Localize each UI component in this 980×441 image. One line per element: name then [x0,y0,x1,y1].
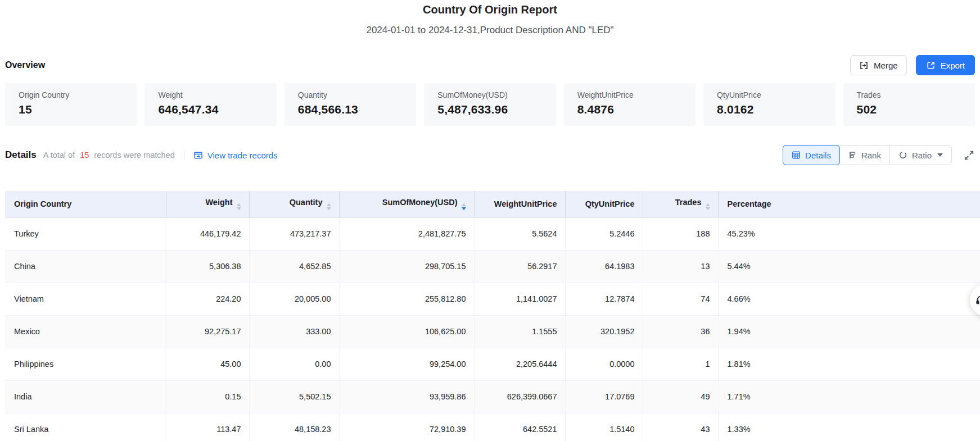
cell-origin-country: Vietnam [5,283,166,315]
stat-card-label: Weight [158,90,263,99]
table-row-vietnam: Vietnam224.2020,005.00255,812.801,141.00… [5,283,980,315]
cell-weightunitprice: 5.5624 [474,217,565,250]
sort-carets-weight[interactable] [237,203,241,210]
view-trade-records-link[interactable]: View trade records [193,151,278,160]
sort-carets-sumofmoney-usd[interactable] [462,203,466,210]
export-button-label: Export [941,61,965,70]
cell-sumofmoney-usd: 72,910.39 [339,413,474,441]
cell-weight: 45.00 [166,348,249,380]
match-prefix: A total of [43,151,75,160]
stat-card-quantity: Quantity684,566.13 [284,83,416,126]
caret-down-icon[interactable] [462,207,466,210]
stat-card-sumofmoney-usd: SumOfMoney(USD)5,487,633.96 [424,83,556,126]
match-summary: A total of15records were matched [43,151,175,160]
cell-quantity: 5,502.15 [249,380,339,413]
rank-icon [848,151,857,160]
caret-down-icon[interactable] [327,207,331,210]
details-bar-left: Details A total of15records were matched… [5,149,278,161]
cell-weight: 446,179.42 [166,217,249,250]
overview-head: Overview Merge Export [0,53,980,78]
match-suffix: records were matched [94,151,174,160]
column-header-quantity[interactable]: Quantity [249,191,339,217]
column-header-label: Trades [675,198,702,207]
sort-carets-quantity[interactable] [327,203,331,210]
stat-card-label: WeightUnitPrice [577,90,682,99]
cell-weightunitprice: 642.5521 [474,413,565,441]
details-section-title: Details [5,149,37,161]
fullscreen-icon[interactable] [963,149,975,161]
merge-button[interactable]: Merge [850,55,907,75]
cell-weight: 0.15 [166,380,249,413]
table-icon [792,151,801,160]
export-icon [926,61,936,70]
caret-up-icon[interactable] [327,203,331,206]
cell-weightunitprice: 626,399.0667 [474,380,565,413]
cell-weightunitprice: 1,141.0027 [474,283,565,315]
ratio-icon [898,151,907,160]
cell-weight: 5,306.38 [166,250,249,283]
cell-percentage: 1.33% [718,413,980,441]
caret-up-icon[interactable] [706,203,710,206]
sort-carets-trades[interactable] [706,203,710,210]
cell-percentage: 45.23% [718,217,980,250]
caret-down-icon[interactable] [706,207,710,210]
cell-quantity: 20,005.00 [249,283,339,315]
overview-cards: Origin Country15Weight646,547.34Quantity… [0,83,980,126]
cell-origin-country: India [5,380,166,413]
cell-percentage: 5.44% [718,250,980,283]
table-row-india: India0.155,502.1593,959.86626,399.066717… [5,380,980,413]
details-bar: Details A total of15records were matched… [0,145,980,165]
headset-icon [975,294,980,306]
export-button[interactable]: Export [916,55,975,75]
stat-card-value: 502 [857,103,961,116]
column-header-qtyunitprice: QtyUnitPrice [565,191,643,217]
column-header-sumofmoney-usd[interactable]: SumOfMoney(USD) [339,191,474,217]
overview-section-title: Overview [5,60,45,70]
page-title: Country Of Origin Report [0,0,980,16]
details-bar-right: Details Rank Ratio [783,145,975,165]
cell-trades: 74 [643,283,718,315]
stat-card-value: 15 [19,103,123,116]
cell-origin-country: Mexico [5,315,166,348]
cell-origin-country: Philippines [5,348,166,380]
caret-up-icon[interactable] [237,203,241,206]
cell-trades: 13 [643,250,718,283]
cell-qtyunitprice: 0.0000 [565,348,643,380]
merge-icon [859,61,869,70]
cell-qtyunitprice: 17.0769 [565,380,643,413]
tab-ratio-label: Ratio [912,151,932,160]
overview-actions: Merge Export [850,55,975,75]
tab-details[interactable]: Details [783,145,840,165]
column-header-origin-country: Origin Country [5,191,166,217]
cell-sumofmoney-usd: 255,812.80 [339,283,474,315]
table-row-mexico: Mexico92,275.17333.00106,625.001.1555320… [5,315,980,348]
cell-origin-country: Turkey [5,217,166,250]
details-table-wrap: Origin CountryWeightQuantitySumOfMoney(U… [5,191,980,441]
column-header-weightunitprice: WeightUnitPrice [474,191,565,217]
column-header-label: WeightUnitPrice [494,199,557,208]
tab-rank[interactable]: Rank [839,146,889,165]
cell-percentage: 1.81% [718,348,980,380]
match-count: 15 [80,151,89,160]
cell-sumofmoney-usd: 93,959.86 [339,380,474,413]
column-header-percentage: Percentage [718,191,980,217]
column-header-label: QtyUnitPrice [585,199,635,208]
vertical-divider [184,151,184,160]
caret-down-icon[interactable] [237,207,241,210]
column-header-trades[interactable]: Trades [643,191,718,217]
caret-up-icon[interactable] [462,203,466,206]
column-header-weight[interactable]: Weight [166,191,249,217]
cell-qtyunitprice: 5.2446 [565,217,643,250]
stat-card-value: 646,547.34 [158,103,263,116]
cell-quantity: 48,158.23 [249,413,339,441]
cell-trades: 36 [643,315,718,348]
table-row-philippines: Philippines45.000.0099,254.002,205.64440… [5,348,980,380]
cell-weight: 92,275.17 [166,315,249,348]
tab-ratio[interactable]: Ratio [889,146,951,165]
stat-card-value: 5,487,633.96 [437,103,542,116]
cell-qtyunitprice: 64.1983 [565,250,643,283]
tab-details-label: Details [805,151,831,160]
cell-weightunitprice: 56.2917 [474,250,565,283]
stat-card-value: 8.4876 [577,103,682,116]
stat-card-label: SumOfMoney(USD) [437,90,542,99]
